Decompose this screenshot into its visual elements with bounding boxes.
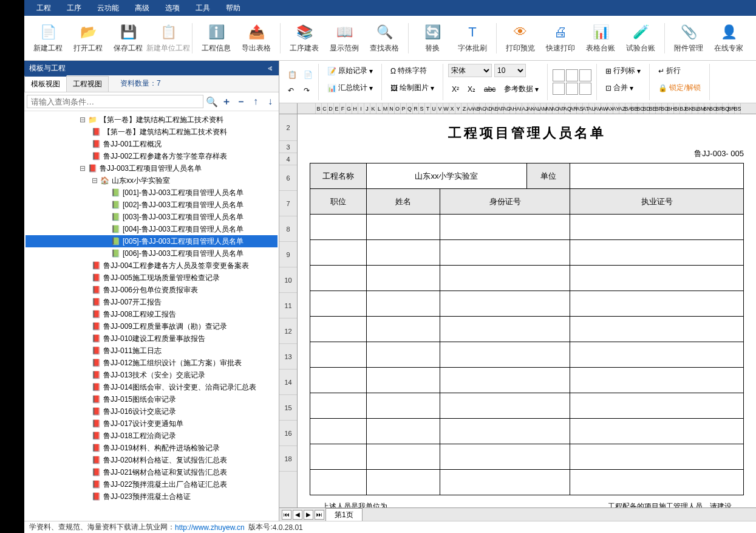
paste-icon[interactable]: 📄 — [300, 67, 313, 82]
tab-project-view[interactable]: 工程视图 — [66, 76, 109, 92]
tree-node[interactable]: 📕鲁JJ-006分包单位资质报审表 — [26, 284, 278, 296]
table-row[interactable] — [310, 317, 744, 342]
search-input[interactable] — [27, 95, 203, 108]
tree-node[interactable]: ⊟🏠山东xx小学实验室 — [26, 174, 278, 187]
alignment-grid[interactable] — [553, 69, 591, 95]
col-header[interactable]: D — [328, 103, 334, 114]
col-header[interactable]: N — [389, 103, 395, 114]
table-row[interactable] — [310, 215, 744, 240]
tree-node[interactable]: 📕鲁JJ-010建设工程质量事故报告 — [26, 332, 278, 345]
tree-node[interactable]: 📕鲁JJ-005施工现场质量管理检查记录 — [26, 272, 278, 284]
menu-选项[interactable]: 选项 — [158, 1, 187, 16]
search-icon[interactable]: 🔍 — [206, 95, 218, 108]
table-row[interactable] — [310, 419, 744, 444]
menu-云功能[interactable]: 云功能 — [90, 1, 126, 16]
col-header[interactable]: Y — [455, 103, 461, 114]
tree-node[interactable]: 📕【第一卷】建筑结构工程施工技术资料 — [26, 126, 278, 138]
row-headers[interactable]: 23467891011121314151618 — [279, 114, 298, 507]
tree-node[interactable]: 📕鲁JJ-017设计变更通知单 — [26, 418, 278, 430]
tree-node[interactable]: 📕鲁JJ-018工程洽商记录 — [26, 430, 278, 442]
row-header[interactable]: 2 — [279, 114, 297, 141]
col-header[interactable]: V — [437, 103, 443, 114]
row-header[interactable]: 10 — [279, 267, 297, 293]
col-header[interactable]: BS — [735, 103, 741, 114]
subscript-icon[interactable]: X₂ — [464, 82, 479, 97]
row-header[interactable]: 18 — [279, 446, 297, 472]
sheet-nav-prev-icon[interactable]: ◀ — [293, 510, 302, 520]
row-header[interactable]: 13 — [279, 344, 297, 370]
undo-icon[interactable]: ↶ — [284, 83, 298, 98]
template-tree[interactable]: ⊟📁【第一卷】建筑结构工程施工技术资料📕【第一卷】建筑结构工程施工技术资料📕鲁J… — [24, 111, 279, 521]
wrap-button[interactable]: ↵ 折行 — [655, 64, 684, 78]
menu-工程[interactable]: 工程 — [29, 1, 58, 16]
row-header[interactable]: 14 — [279, 370, 297, 395]
ribbon-工序建表[interactable]: 📚工序建表 — [285, 19, 323, 58]
col-header[interactable]: F — [340, 103, 346, 114]
row-header[interactable]: 3 — [279, 141, 297, 153]
col-header[interactable]: O — [395, 103, 401, 114]
column-headers[interactable]: BCDEFGHIJKLMNOPQRSTUVWXYZAAABACADAEAFAGA… — [298, 103, 756, 114]
tree-node[interactable]: 📕鲁JJ-008工程竣工报告 — [26, 308, 278, 320]
tree-node[interactable]: 📕鲁JJ-007开工报告 — [26, 296, 278, 308]
tree-node[interactable]: ⊟📕鲁JJ-003工程项目管理人员名单 — [26, 162, 278, 174]
col-header[interactable]: W — [443, 103, 449, 114]
expand-icon[interactable]: ⊟ — [91, 176, 98, 185]
table-row[interactable] — [310, 393, 744, 419]
tree-node[interactable]: 📗[004]-鲁JJ-003工程项目管理人员名单 — [26, 223, 278, 235]
ribbon-查找表格[interactable]: 🔍查找表格 — [366, 19, 403, 58]
ribbon-打印预览[interactable]: 👁打印预览 — [502, 19, 539, 58]
tree-node[interactable]: 📕鲁JJ-015图纸会审记录 — [26, 393, 278, 405]
ribbon-新建单位工程[interactable]: 📋新建单位工程 — [149, 19, 187, 58]
row-col-button[interactable]: ⊞ 行列标 ▾ — [602, 64, 644, 78]
table-row[interactable] — [310, 368, 744, 393]
col-header[interactable]: G — [346, 103, 352, 114]
col-header[interactable]: P — [401, 103, 407, 114]
sheet-nav-last-icon[interactable]: ⏭ — [315, 510, 324, 520]
ribbon-显示范例[interactable]: 📖显示范例 — [325, 19, 363, 58]
font-name-select[interactable]: 宋体 — [448, 64, 492, 77]
col-header[interactable]: C — [322, 103, 328, 114]
col-header[interactable]: J — [364, 103, 370, 114]
tree-node[interactable]: 📕鲁JJ-002工程参建各方签字签章存样表 — [26, 150, 278, 162]
tree-node[interactable]: 📗[005]-鲁JJ-003工程项目管理人员名单 — [26, 235, 278, 247]
col-header[interactable]: B — [316, 103, 322, 114]
ribbon-表格台账[interactable]: 📊表格台账 — [582, 19, 619, 58]
col-header[interactable]: I — [358, 103, 364, 114]
col-header[interactable]: U — [431, 103, 437, 114]
ribbon-字体批刷[interactable]: T字体批刷 — [454, 19, 491, 58]
col-header[interactable]: L — [376, 103, 383, 114]
ribbon-新建工程[interactable]: 📄新建工程 — [29, 19, 67, 58]
col-header[interactable] — [298, 103, 316, 114]
tree-node[interactable]: ⊟📁【第一卷】建筑结构工程施工技术资料 — [26, 114, 278, 126]
superscript-icon[interactable]: X² — [448, 82, 463, 97]
tree-node[interactable]: 📕鲁JJ-016设计交底记录 — [26, 405, 278, 418]
tab-template-view[interactable]: 模板视图 — [24, 75, 67, 92]
ribbon-附件管理[interactable]: 📎附件管理 — [670, 19, 707, 58]
ribbon-导出表格[interactable]: 📤导出表格 — [237, 19, 275, 58]
sheet-nav-first-icon[interactable]: ⏮ — [282, 510, 291, 520]
tree-node[interactable]: 📕鲁JJ-023预拌混凝土合格证 — [26, 490, 278, 503]
ribbon-在线专家[interactable]: 👤在线专家 — [710, 19, 747, 58]
row-header[interactable]: 15 — [279, 395, 297, 421]
table-row[interactable] — [310, 444, 744, 470]
col-header[interactable]: H — [352, 103, 358, 114]
row-header[interactable]: 16 — [279, 421, 297, 446]
row-header[interactable]: 6 — [279, 165, 297, 191]
sheet-tab[interactable]: 第1页 — [325, 508, 363, 521]
ribbon-工程信息[interactable]: ℹ️工程信息 — [197, 19, 235, 58]
table-row[interactable] — [310, 291, 744, 317]
tree-node[interactable]: 📕鲁JJ-022预拌混凝土出厂合格证汇总表 — [26, 478, 278, 490]
tree-node[interactable]: 📕鲁JJ-011施工日志 — [26, 345, 278, 357]
summary-stats-button[interactable]: 📊 汇总统计 ▾ — [324, 81, 376, 95]
ribbon-试验台账[interactable]: 🧪试验台账 — [622, 19, 659, 58]
tree-node[interactable]: 📕鲁JJ-019材料、构配件进场检验记录 — [26, 442, 278, 454]
tree-node[interactable]: 📕鲁JJ-014图纸会审、设计变更、洽商记录汇总表 — [26, 381, 278, 393]
menu-工序[interactable]: 工序 — [60, 1, 89, 16]
table-row[interactable] — [310, 342, 744, 368]
website-link[interactable]: http://www.zhuyew.cn — [175, 523, 245, 532]
draw-image-button[interactable]: 🖼 绘制图片 ▾ — [387, 81, 438, 95]
expand-icon[interactable]: ⊟ — [79, 115, 86, 124]
tree-node[interactable]: 📗[003]-鲁JJ-003工程项目管理人员名单 — [26, 211, 278, 223]
col-header[interactable]: AH — [510, 103, 516, 114]
special-char-button[interactable]: Ω 特殊字符 — [387, 64, 431, 78]
